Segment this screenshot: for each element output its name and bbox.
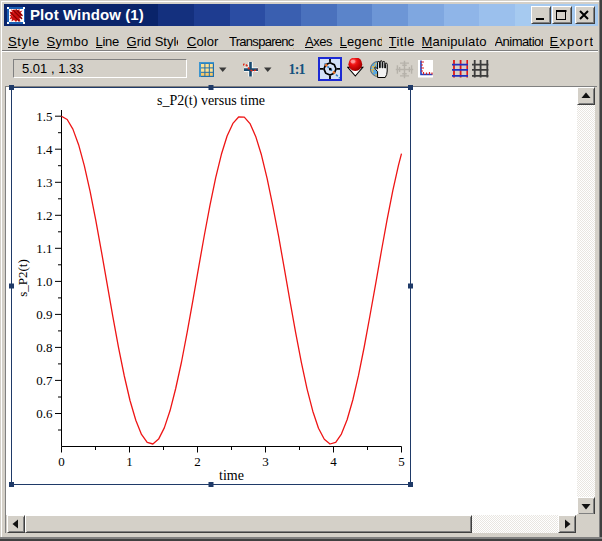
svg-text:0: 0 [58, 454, 65, 469]
svg-text:s_P2(t): s_P2(t) [15, 259, 30, 297]
svg-text:1.0: 1.0 [36, 274, 52, 289]
svg-text:1: 1 [126, 454, 133, 469]
svg-text:0.9: 0.9 [36, 307, 52, 322]
svg-text:1.4: 1.4 [36, 142, 53, 157]
svg-text:1.1: 1.1 [36, 241, 52, 256]
svg-text:3: 3 [262, 454, 269, 469]
svg-text:1.3: 1.3 [36, 175, 52, 190]
svg-text:1.5: 1.5 [36, 109, 52, 124]
svg-text:2: 2 [194, 454, 201, 469]
svg-text:0.7: 0.7 [36, 373, 53, 388]
svg-text:0.6: 0.6 [36, 406, 53, 421]
svg-text:s_P2(t) versus time: s_P2(t) versus time [157, 93, 265, 109]
svg-text:0.8: 0.8 [36, 340, 52, 355]
svg-text:time: time [219, 468, 244, 483]
svg-text:4: 4 [330, 454, 337, 469]
svg-text:1.2: 1.2 [36, 208, 52, 223]
svg-text:5: 5 [398, 454, 405, 469]
